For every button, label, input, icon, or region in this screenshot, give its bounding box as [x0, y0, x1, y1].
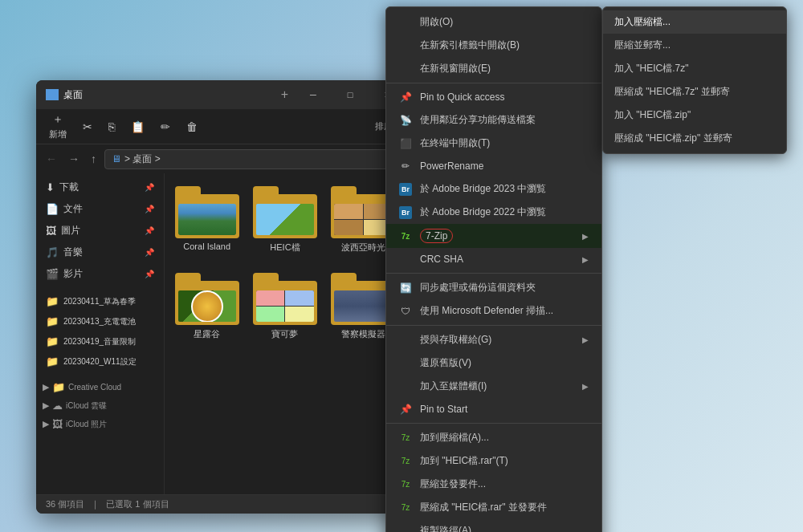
submenu-arrow: ▶ — [582, 382, 589, 391]
sidebar-item-pictures[interactable]: 🖼 圖片 📌 — [36, 220, 164, 242]
add-tab-button[interactable]: + — [275, 87, 295, 102]
folder-body — [253, 281, 317, 325]
toolbar: ＋ 新增 ✂ ⎘ 📋 ✏ 🗑 排序 — [36, 109, 406, 144]
cm-add-rar[interactable]: 7z 加到 "HEIC檔.rar"(T) — [386, 449, 601, 473]
photos-icon: 🖼 — [52, 418, 63, 430]
sidebar-group-icloud-drive[interactable]: ▶ ☁ iCloud 雲碟 — [36, 396, 164, 415]
icloud-photos-label: iCloud 照片 — [66, 419, 107, 430]
pin-icon: 📌 — [399, 91, 412, 104]
copy-icon: ⎘ — [108, 120, 115, 133]
sidebar-item-folder-1[interactable]: 📁 20230411_草為春季 — [36, 291, 164, 311]
folder-label: 20230413_充電電池 — [63, 316, 136, 327]
sidebar-item-folder-2[interactable]: 📁 20230413_充電電池 — [36, 311, 164, 331]
copy-button[interactable]: ⎘ — [102, 117, 121, 136]
cm-7zip[interactable]: 7z 7-Zip ▶ — [386, 224, 601, 248]
cm-add-archive-label: 加到壓縮檔(A)... — [420, 431, 489, 445]
cut-button[interactable]: ✂ — [76, 117, 99, 136]
submenu-add-zip[interactable]: 加入 "HEIC檔.zip" — [603, 104, 786, 127]
cm-compress-mail-label: 壓縮並發要件... — [420, 477, 486, 491]
delete-button[interactable]: 🗑 — [180, 117, 204, 136]
submenu-add-7z[interactable]: 加入 "HEIC檔.7z" — [603, 57, 786, 80]
download-label: 下載 — [59, 181, 79, 194]
paste-button[interactable]: 📋 — [124, 117, 151, 136]
cm-open[interactable]: 開啟(O) — [386, 10, 601, 34]
minimize-button[interactable]: ─ — [295, 80, 332, 109]
cm-restore[interactable]: 還原舊版(V) — [386, 351, 601, 375]
cm-open-new-window[interactable]: 在新視窗開啟(E) — [386, 57, 601, 80]
cm-library-label: 加入至媒體櫃(I) — [420, 380, 487, 393]
file-name: 波西亞時光 — [341, 242, 385, 254]
cm-bridge2023-label: 於 Adobe Bridge 2023 中瀏覧 — [420, 182, 546, 196]
new-button[interactable]: ＋ 新增 — [43, 109, 73, 144]
sidebar-item-video[interactable]: 🎬 影片 📌 — [36, 263, 164, 285]
sidebar-item-music[interactable]: 🎵 音樂 📌 — [36, 242, 164, 263]
sidebar-item-folder-4[interactable]: 📁 20230420_W11設定 — [36, 351, 164, 372]
address-path[interactable]: 🖥 > 桌面 > — [104, 149, 399, 169]
preview-image — [334, 204, 392, 235]
folder-tab — [331, 186, 357, 194]
sidebar-item-download[interactable]: ⬇ 下載 📌 — [36, 177, 164, 198]
add-7z-label: 加入 "HEIC檔.7z" — [614, 62, 689, 75]
up-button[interactable]: ↑ — [88, 151, 100, 167]
submenu-compress-zip-mail[interactable]: 壓縮成 "HEIC檔.zip" 並郵寄 — [603, 127, 786, 150]
cm-nearby-share[interactable]: 📡 使用鄰近分享功能傳送檔案 — [386, 108, 601, 132]
cm-add-archive[interactable]: 7z 加到壓縮檔(A)... — [386, 426, 601, 449]
submenu-compress-7z-mail[interactable]: 壓縮成 "HEIC檔.7z" 並郵寄 — [603, 80, 786, 104]
folder-preview — [256, 204, 314, 235]
paste-icon: 📋 — [131, 120, 145, 133]
cm-defender[interactable]: 🛡 使用 Microsoft Defender 掃描... — [386, 299, 601, 323]
cm-pin-quick[interactable]: 📌 Pin to Quick access — [386, 86, 601, 108]
cm-power-rename[interactable]: ✏ PowerRename — [386, 155, 601, 177]
sidebar-item-documents[interactable]: 📄 文件 📌 — [36, 198, 164, 220]
pin-icon: 📌 — [145, 226, 154, 235]
preview-image — [256, 204, 314, 235]
cm-add-library[interactable]: 加入至媒體櫃(I) ▶ — [386, 375, 601, 398]
sidebar-item-folder-3[interactable]: 📁 20230419_音量限制 — [36, 331, 164, 351]
submenu-compress-mail[interactable]: 壓縮並郵寄... — [603, 34, 786, 57]
folder-thumbnail — [175, 273, 239, 325]
cm-compress-rar-mail[interactable]: 7z 壓縮成 "HEIC檔.rar" 並發要件 — [386, 496, 601, 519]
folder-tab — [253, 186, 279, 194]
back-button[interactable]: ← — [43, 151, 60, 167]
rename-button[interactable]: ✏ — [154, 117, 177, 136]
title-bar: 桌面 + ─ □ ✕ — [36, 80, 406, 109]
cm-adobe-bridge-2022[interactable]: Br 於 Adobe Bridge 2022 中瀏覧 — [386, 201, 601, 224]
cm-copy-path[interactable]: 複製路徑(A) — [386, 519, 601, 532]
folder-preview — [178, 204, 236, 235]
pin-icon: 📌 — [145, 205, 154, 213]
path-text: > 桌面 > — [124, 152, 161, 166]
cm-terminal[interactable]: ⬛ 在終端中開啟(T) — [386, 132, 601, 155]
desktop-icon: 🖥 — [112, 153, 121, 164]
pictures-label: 圖片 — [61, 224, 80, 238]
cm-add-rar-label: 加到 "HEIC檔.rar"(T) — [420, 454, 508, 468]
cm-open-new-tab[interactable]: 在新索引標籤中開啟(B) — [386, 34, 601, 57]
file-name: 警察模擬器 — [341, 328, 385, 340]
cm-grant-access[interactable]: 授與存取權給(G) ▶ — [386, 328, 601, 351]
cm-adobe-bridge-2023[interactable]: Br 於 Adobe Bridge 2023 中瀏覧 — [386, 177, 601, 201]
file-item-stardew[interactable]: 星露谷 — [171, 266, 243, 347]
stardew-logo — [191, 290, 223, 322]
file-item-coral-island[interactable]: Coral Island — [171, 180, 243, 260]
compress-7z-mail-label: 壓縮成 "HEIC檔.7z" 並郵寄 — [614, 85, 730, 99]
folder-tab — [253, 273, 279, 281]
file-name: Coral Island — [183, 242, 230, 251]
file-item-heic[interactable]: HEIC檔 — [249, 180, 320, 260]
submenu-add-archive[interactable]: 加入壓縮檔... — [603, 10, 786, 34]
cm-compress-mail[interactable]: 7z 壓縮並發要件... — [386, 473, 601, 496]
item-count: 36 個項目 — [46, 498, 84, 510]
sidebar-group-icloud-photos[interactable]: ▶ 🖼 iCloud 照片 — [36, 415, 164, 433]
documents-label: 文件 — [63, 202, 83, 216]
forward-button[interactable]: → — [65, 151, 83, 167]
cm-sync-backup[interactable]: 🔄 同步處理或備份這個資料夾 — [386, 276, 601, 299]
cm-open-window-label: 在新視窗開啟(E) — [420, 62, 491, 75]
maximize-button[interactable]: □ — [332, 80, 369, 109]
sidebar-group-creative-cloud[interactable]: ▶ 📁 Creative Cloud — [36, 378, 164, 396]
cm-crc-sha[interactable]: CRC SHA ▶ — [386, 248, 601, 270]
file-item-pokemon[interactable]: 寶可夢 — [249, 266, 320, 347]
cm-pin-start[interactable]: 📌 Pin to Start — [386, 398, 601, 420]
cm-access-label: 授與存取權給(G) — [420, 333, 491, 347]
folder-label: 20230419_音量限制 — [63, 336, 136, 347]
status-bar: 36 個項目 ｜ 已選取 1 個項目 — [36, 494, 406, 514]
folder-body — [175, 194, 239, 238]
submenu-arrow: ▶ — [582, 335, 589, 344]
